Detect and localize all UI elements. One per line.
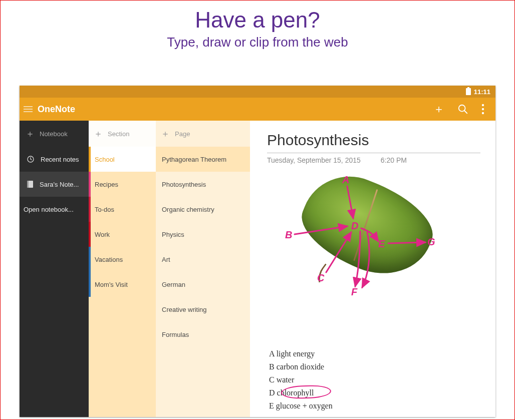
page-item[interactable]: Formulas <box>156 322 250 347</box>
section-item-school[interactable]: School <box>89 147 156 172</box>
page-label: Photosynthesis <box>162 181 206 188</box>
page-item[interactable]: Photosynthesis <box>156 172 250 197</box>
section-label: To-dos <box>95 206 114 213</box>
svg-line-1 <box>464 111 467 114</box>
menu-icon[interactable] <box>24 106 33 112</box>
note-time: 6:20 PM <box>381 156 407 164</box>
ink-legend: A light energy B carbon dioxide C water … <box>269 347 333 412</box>
legend-e: E glucose + oxygen <box>269 399 333 412</box>
notebook-label: Sara's Note... <box>40 181 79 188</box>
add-notebook-label: Notebook <box>40 130 68 138</box>
add-section-label: Section <box>108 130 129 138</box>
add-notebook-button[interactable]: ＋ Notebook <box>20 121 89 147</box>
plus-icon: ＋ <box>26 129 35 138</box>
clock-icon <box>27 155 35 163</box>
page-label: German <box>162 281 185 288</box>
tablet-screenshot: 11:11 OneNote ＋ ＋ <box>20 86 495 417</box>
search-icon[interactable] <box>457 104 468 115</box>
page-item[interactable]: Physics <box>156 222 250 247</box>
legend-a: A light energy <box>269 347 333 360</box>
section-label: Vacations <box>95 256 123 263</box>
svg-point-4 <box>482 112 484 114</box>
add-page-label: Page <box>175 130 190 138</box>
notebook-sidebar: ＋ Notebook Recent notes Sara's Note... <box>20 121 89 417</box>
page-label: Physics <box>162 231 184 238</box>
notebook-icon <box>27 180 34 188</box>
plus-icon: ＋ <box>161 129 170 138</box>
pages-column: ＋ Page Pythagorean Theorem Photosynthesi… <box>156 121 250 417</box>
add-icon[interactable]: ＋ <box>433 104 444 115</box>
page-item[interactable]: German <box>156 272 250 297</box>
section-label: School <box>95 156 115 163</box>
legend-b: B carbon dioxide <box>269 360 333 373</box>
section-item-recipes[interactable]: Recipes <box>89 172 156 197</box>
clock: 11:11 <box>474 88 490 96</box>
svg-rect-7 <box>27 181 29 188</box>
note-divider <box>267 153 480 153</box>
page-label: Organic chemistry <box>162 206 214 213</box>
note-meta: Tuesday, September 15, 2015 6:20 PM <box>267 156 480 164</box>
section-item-work[interactable]: Work <box>89 222 156 247</box>
promo-title: Have a pen? <box>1 8 514 33</box>
overflow-icon[interactable] <box>481 104 484 115</box>
app-bar: OneNote ＋ <box>20 98 495 121</box>
battery-icon <box>466 88 471 95</box>
section-item-vacations[interactable]: Vacations <box>89 247 156 272</box>
status-bar: 11:11 <box>20 86 495 98</box>
section-color-tab <box>89 197 91 222</box>
promo-banner: Have a pen? Type, draw or clip from the … <box>1 1 514 50</box>
svg-point-2 <box>482 104 484 106</box>
note-body[interactable]: A B C D E F G <box>267 177 480 412</box>
add-section-button[interactable]: ＋ Section <box>89 121 156 147</box>
page-item[interactable]: Creative writing <box>156 297 250 322</box>
section-color-tab <box>89 147 91 172</box>
open-notebook-button[interactable]: Open notebook... <box>20 197 89 213</box>
section-color-tab <box>89 272 91 297</box>
section-item-todos[interactable]: To-dos <box>89 197 156 222</box>
app-title: OneNote <box>38 104 75 115</box>
note-date: Tuesday, September 15, 2015 <box>267 156 361 164</box>
page-label: Pythagorean Theorem <box>162 156 226 163</box>
page-item[interactable]: Pythagorean Theorem <box>156 147 250 172</box>
section-label: Recipes <box>95 181 118 188</box>
sidebar-item-notebook[interactable]: Sara's Note... <box>20 172 89 197</box>
note-title[interactable]: Photosynthesis <box>267 132 480 149</box>
promo-subtitle: Type, draw or clip from the web <box>1 35 514 50</box>
page-label: Formulas <box>162 331 189 338</box>
section-label: Work <box>95 231 110 238</box>
page-label: Art <box>162 256 170 263</box>
note-canvas[interactable]: Photosynthesis Tuesday, September 15, 20… <box>250 121 495 417</box>
section-color-tab <box>89 172 91 197</box>
section-color-tab <box>89 247 91 272</box>
sidebar-item-recent[interactable]: Recent notes <box>20 147 89 172</box>
plus-icon: ＋ <box>94 129 103 138</box>
page-label: Creative writing <box>162 306 207 313</box>
legend-c: C water <box>269 373 333 386</box>
section-color-tab <box>89 222 91 247</box>
sections-column: ＋ Section School Recipes To-dos Wo <box>89 121 156 417</box>
svg-point-3 <box>482 108 484 110</box>
add-page-button[interactable]: ＋ Page <box>156 121 250 147</box>
section-item-moms-visit[interactable]: Mom's Visit <box>89 272 156 297</box>
section-label: Mom's Visit <box>95 281 128 288</box>
recent-label: Recent notes <box>41 156 79 163</box>
ink-arrows <box>267 177 495 312</box>
page-item[interactable]: Art <box>156 247 250 272</box>
page-item[interactable]: Organic chemistry <box>156 197 250 222</box>
